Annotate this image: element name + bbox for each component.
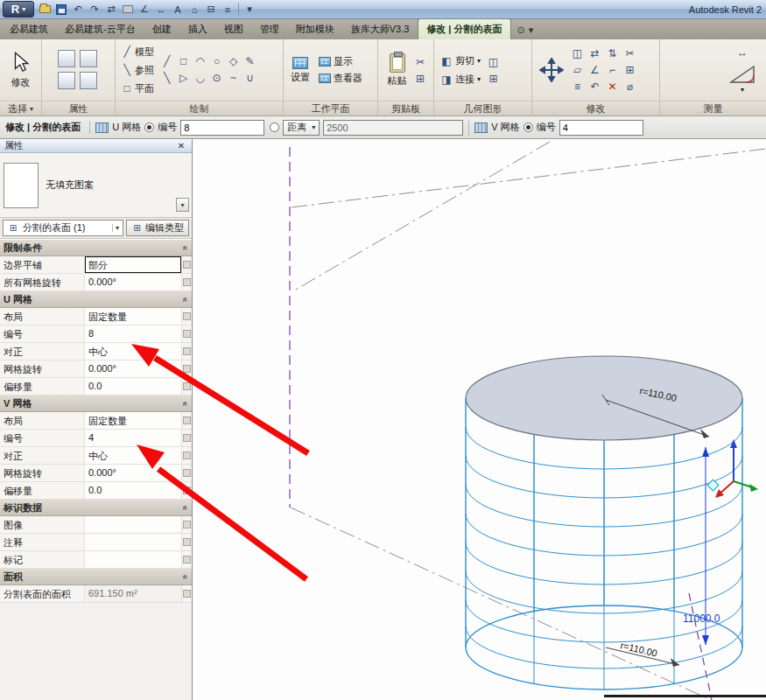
- draw-arc2-icon[interactable]: ◡: [193, 71, 207, 86]
- property-row[interactable]: 网格旋转 0.000°: [0, 465, 192, 482]
- property-row[interactable]: 偏移量 0.0: [0, 378, 192, 396]
- associate-param-button[interactable]: [181, 378, 192, 395]
- section-v-grid[interactable]: V 网格«: [0, 396, 192, 412]
- properties-palette-icon[interactable]: [58, 50, 75, 67]
- default-3d-view-button[interactable]: ⌂: [186, 2, 202, 18]
- sync-button[interactable]: ⇄: [103, 2, 119, 18]
- section-button[interactable]: ⊟: [203, 2, 219, 18]
- viewer-button[interactable]: 查看器: [316, 71, 365, 86]
- reference-plane-diagonal-3[interactable]: [291, 508, 711, 700]
- associate-param-button[interactable]: [181, 412, 192, 429]
- reference-line-tool[interactable]: ╲参照: [119, 62, 157, 79]
- undo-button[interactable]: ↶: [70, 2, 86, 18]
- property-row[interactable]: 偏移量 0.0: [0, 482, 192, 500]
- reference-plane-diagonal-2[interactable]: [294, 142, 550, 290]
- draw-line-icon[interactable]: ╱: [159, 54, 174, 69]
- associate-param-button[interactable]: [181, 447, 192, 464]
- property-row[interactable]: 编号 8: [0, 326, 192, 343]
- text-button[interactable]: A: [170, 2, 186, 18]
- measure-button[interactable]: ∠: [137, 2, 152, 18]
- redo-button[interactable]: ↷: [87, 2, 102, 18]
- associate-param-button[interactable]: [181, 430, 192, 446]
- paste-button[interactable]: 粘贴: [384, 52, 411, 89]
- property-row[interactable]: 网格旋转 0.000°: [0, 360, 192, 378]
- distance-input[interactable]: [323, 120, 463, 136]
- properties-header[interactable]: 属性 ✕: [0, 139, 192, 153]
- property-row[interactable]: 对正 中心: [0, 343, 192, 360]
- associate-param-button[interactable]: [181, 551, 192, 568]
- connectors-icon[interactable]: [80, 72, 97, 89]
- property-row[interactable]: 所有网格旋转 0.000°: [0, 274, 192, 291]
- u-number-input[interactable]: [180, 120, 264, 136]
- associate-param-button[interactable]: [181, 465, 192, 481]
- u-layout-value[interactable]: 固定数量: [85, 308, 181, 325]
- aligned-dimension-button[interactable]: ↔: [153, 2, 169, 18]
- rotate-icon[interactable]: ∠: [587, 62, 602, 77]
- cut-geometry-button[interactable]: ◧ 剪切▾: [438, 52, 483, 69]
- measure-angle-button[interactable]: ▾: [726, 61, 759, 95]
- tab-create[interactable]: 创建: [144, 19, 179, 39]
- preview-dropdown-button[interactable]: ▾: [176, 198, 189, 212]
- orientation-gizmo[interactable]: [707, 439, 758, 498]
- offset-icon[interactable]: ⇄: [587, 46, 602, 60]
- section-identity-data[interactable]: 标识数据«: [0, 500, 192, 516]
- v-layout-value[interactable]: 固定数量: [85, 412, 181, 429]
- u-offset-value[interactable]: 0.0: [85, 378, 181, 395]
- associate-param-button[interactable]: [181, 534, 192, 550]
- property-row[interactable]: 注释: [0, 534, 192, 551]
- cut-to-clipboard-icon[interactable]: ✂: [413, 54, 428, 69]
- array-icon[interactable]: ▱: [570, 62, 585, 77]
- thin-lines-button[interactable]: ≡: [220, 2, 235, 18]
- model-line-tool[interactable]: ╱模型: [119, 44, 157, 60]
- family-types-icon[interactable]: [80, 50, 97, 67]
- panel-label-workplane[interactable]: 工作平面: [284, 101, 377, 116]
- property-row[interactable]: 标记: [0, 551, 192, 569]
- pin-icon[interactable]: ≡: [570, 79, 585, 94]
- associate-param-button[interactable]: [181, 343, 192, 360]
- aligned-dimension-icon[interactable]: ↔: [735, 45, 750, 60]
- associate-param-button[interactable]: [181, 482, 192, 499]
- property-row[interactable]: 布局 固定数量: [0, 308, 192, 326]
- u-rotation-value[interactable]: 0.000°: [85, 360, 181, 377]
- scale-icon[interactable]: ⊞: [622, 62, 637, 77]
- associate-param-button[interactable]: [181, 274, 192, 290]
- save-button[interactable]: [53, 2, 69, 18]
- panel-label-clipboard[interactable]: 剪贴板: [378, 101, 433, 116]
- tab-biyi-arch[interactable]: 必易建筑: [2, 19, 56, 39]
- edit-type-button[interactable]: ⊞ 编辑类型: [126, 220, 189, 236]
- panel-label-draw[interactable]: 绘制: [116, 101, 283, 116]
- draw-arc-icon[interactable]: ◠: [193, 54, 207, 69]
- section-area[interactable]: 面积«: [0, 569, 192, 585]
- distance-radio[interactable]: [270, 122, 279, 132]
- v-justify-value[interactable]: 中心: [85, 447, 181, 464]
- ribbon-display-toggle-icon[interactable]: ⊙: [517, 24, 525, 36]
- associate-param-button[interactable]: [181, 308, 192, 325]
- copy-to-clipboard-icon[interactable]: ⊞: [413, 71, 428, 86]
- all-grid-rotation-value[interactable]: 0.000°: [85, 274, 181, 290]
- property-row[interactable]: 边界平铺 部分: [0, 256, 192, 274]
- match-icon[interactable]: ⌀: [622, 79, 637, 94]
- associate-param-button[interactable]: [181, 585, 192, 602]
- property-row[interactable]: 编号 4: [0, 430, 192, 447]
- move-button[interactable]: [536, 56, 567, 84]
- property-row[interactable]: 对正 中心: [0, 447, 192, 465]
- u-number-value[interactable]: 8: [85, 326, 181, 342]
- associate-param-button[interactable]: [181, 326, 192, 342]
- height-dimension[interactable]: 11000.0: [683, 447, 720, 645]
- draw-ellipse-icon[interactable]: ∪: [242, 71, 257, 86]
- panel-label-measure[interactable]: 测量: [660, 101, 766, 116]
- draw-spline-icon[interactable]: ✎: [242, 54, 257, 69]
- panel-label-properties[interactable]: 属性: [42, 101, 115, 116]
- paint-icon[interactable]: ◫: [486, 54, 501, 69]
- comments-value[interactable]: [85, 534, 181, 550]
- section-constraints[interactable]: 限制条件«: [0, 240, 192, 256]
- draw-polygon-icon[interactable]: ◇: [226, 54, 241, 69]
- trim-icon[interactable]: ⌐: [605, 62, 620, 77]
- demolish-icon[interactable]: ⊞: [486, 71, 501, 86]
- show-workplane-button[interactable]: 显示: [316, 54, 365, 69]
- border-tile-value[interactable]: 部分: [85, 256, 181, 273]
- v-number-value[interactable]: 4: [85, 430, 181, 446]
- mirror-icon[interactable]: ⇅: [605, 46, 620, 60]
- panel-label-modify[interactable]: 修改: [532, 101, 659, 116]
- draw-line2-icon[interactable]: ╲: [159, 71, 174, 86]
